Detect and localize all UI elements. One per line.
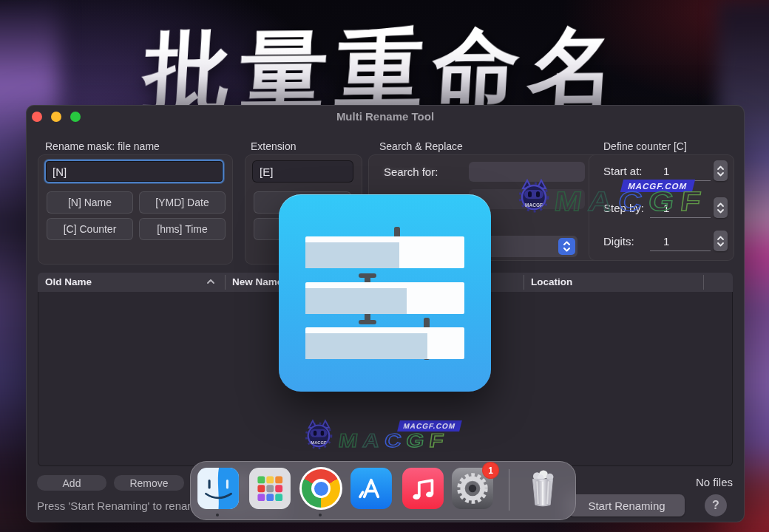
digits-value[interactable]: 1 [650, 231, 711, 251]
file-count-text: No files [696, 476, 733, 488]
slider-bar [305, 327, 464, 359]
hero-title: 批量重命名 [0, 21, 769, 117]
desktop: 批量重命名 Multi Rename Tool Rename mask: fil… [0, 0, 769, 532]
window-title: Multi Rename Tool [27, 110, 744, 123]
macgf-watermark-text: MACGF [337, 431, 450, 450]
column-new-name[interactable]: New Name [232, 276, 282, 287]
search-replace-label: Search & Replace [379, 140, 463, 152]
column-divider [524, 275, 524, 290]
step-by-stepper[interactable] [714, 197, 728, 218]
dock-divider [509, 469, 509, 511]
start-at-value[interactable]: 1 [650, 161, 711, 181]
macgf-cat-logo: MACGF [300, 418, 337, 451]
start-at-label: Start at: [603, 165, 643, 177]
define-counter-label: Define counter [C] [603, 140, 687, 152]
rename-app-icon [279, 194, 491, 392]
insert-name-token-button[interactable]: [N] Name [47, 191, 133, 214]
search-for-label: Search for: [384, 166, 438, 178]
finder-running-indicator [216, 514, 219, 516]
rename-mask-input[interactable] [44, 160, 224, 183]
column-old-name[interactable]: Old Name [45, 276, 92, 287]
slider-bar [305, 282, 464, 314]
column-divider [225, 275, 226, 290]
sort-ascending-icon[interactable] [206, 279, 215, 284]
insert-date-token-button[interactable]: [YMD] Date [139, 191, 226, 214]
dropdown-arrows-icon [558, 238, 575, 255]
extension-label: Extension [251, 140, 296, 152]
help-button[interactable]: ? [705, 494, 727, 516]
chrome-running-indicator [319, 514, 322, 516]
start-renaming-button[interactable]: Start Renaming [569, 494, 685, 516]
dock-launchpad-icon[interactable] [248, 467, 291, 510]
column-location[interactable]: Location [531, 276, 572, 287]
dock: 1 [190, 461, 576, 520]
digits-stepper[interactable] [714, 231, 728, 251]
add-button[interactable]: Add [37, 475, 106, 491]
settings-notification-badge: 1 [482, 462, 499, 479]
dock-app-store-icon[interactable] [350, 467, 393, 510]
digits-label: Digits: [603, 235, 634, 248]
rename-mask-label: Rename mask: file name [45, 140, 160, 152]
extension-input[interactable] [252, 160, 353, 183]
dock-trash-icon[interactable] [523, 467, 563, 510]
dock-finder-icon[interactable] [197, 467, 240, 510]
start-at-stepper[interactable] [714, 160, 728, 181]
macgf-watermark-text: MACGF [552, 188, 709, 215]
column-divider [703, 275, 704, 290]
slider-bar [305, 236, 464, 268]
insert-counter-token-button[interactable]: [C] Counter [47, 218, 133, 240]
dock-chrome-icon[interactable] [299, 467, 342, 510]
dock-music-icon[interactable] [402, 467, 444, 510]
remove-button[interactable]: Remove [114, 475, 184, 491]
insert-time-token-button[interactable]: [hms] Time [139, 218, 226, 240]
macgf-cat-logo: MACGF [513, 178, 555, 214]
svg-text:MACGF: MACGF [311, 440, 327, 445]
ibeam-cap [359, 320, 376, 324]
svg-text:MACGF: MACGF [525, 202, 543, 208]
